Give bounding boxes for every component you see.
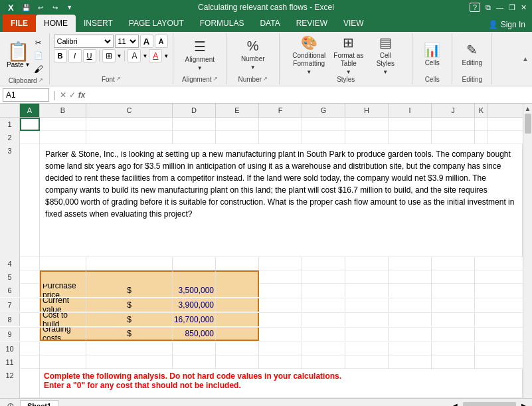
cell-d5[interactable] [173, 270, 216, 284]
cell-e7[interactable] [216, 298, 259, 312]
cell-j10[interactable] [432, 342, 475, 355]
formula-input[interactable] [88, 88, 529, 102]
cells-button[interactable]: 📊 Cells [420, 35, 444, 74]
cell-b1[interactable] [40, 118, 86, 131]
cell-b9[interactable]: Grading costs [40, 328, 86, 341]
cell-h8[interactable] [345, 313, 389, 326]
cell-h7[interactable] [345, 298, 389, 312]
cell-d10[interactable] [173, 342, 216, 355]
cell-e6[interactable] [216, 284, 259, 297]
font-size-select[interactable]: 11 [115, 35, 139, 48]
italic-button[interactable]: I [68, 49, 82, 62]
cell-i7[interactable] [389, 298, 432, 312]
cell-g5[interactable] [302, 270, 345, 284]
formula-cancel-icon[interactable]: ✕ [60, 90, 66, 100]
cell-f8[interactable] [259, 313, 302, 326]
cell-d8[interactable]: 16,700,000 [173, 313, 216, 326]
cell-e11[interactable] [216, 355, 259, 369]
cell-h11[interactable] [345, 355, 389, 369]
col-header-g[interactable]: G [302, 104, 345, 117]
cell-f4[interactable] [259, 257, 302, 270]
cell-a1[interactable] [20, 118, 40, 131]
cell-e1[interactable] [216, 118, 259, 131]
cell-b3-desc[interactable]: Parker & Stone, Inc., is looking at sett… [40, 144, 523, 257]
copy-button[interactable]: 📄 [32, 50, 45, 61]
cell-a11[interactable] [20, 355, 40, 369]
alignment-expand-icon[interactable]: ↗ [213, 76, 218, 82]
cell-b10[interactable] [40, 342, 86, 355]
editing-button[interactable]: ✎ Editing [459, 35, 485, 74]
row-header-10[interactable]: 10 [0, 342, 20, 355]
cell-k1[interactable] [475, 118, 488, 131]
cell-d4[interactable] [173, 257, 216, 270]
cell-f1[interactable] [259, 118, 302, 131]
cell-i1[interactable] [389, 118, 432, 131]
col-header-k[interactable]: K [475, 104, 488, 117]
cell-i11[interactable] [389, 355, 432, 369]
cell-styles-button[interactable]: ▤ Cell Styles ▼ [369, 35, 402, 74]
col-header-j[interactable]: J [432, 104, 475, 117]
tab-formulas[interactable]: FORMULAS [192, 15, 252, 32]
cell-h6[interactable] [345, 284, 389, 297]
cell-a5[interactable] [20, 270, 40, 284]
formula-fx-icon[interactable]: fx [78, 90, 86, 100]
h-scroll-right[interactable]: ▶ [519, 402, 529, 406]
cell-i8[interactable] [389, 313, 432, 326]
tab-view[interactable]: VIEW [335, 15, 372, 32]
cell-i6[interactable] [389, 284, 432, 297]
row-header-9[interactable]: 9 [0, 328, 20, 341]
cell-j2[interactable] [432, 131, 475, 144]
underline-button[interactable]: U [83, 49, 96, 62]
increase-font-button[interactable]: A [140, 35, 153, 48]
font-family-select[interactable]: Calibri [54, 35, 114, 48]
fill-dropdown-icon[interactable]: ▼ [142, 53, 147, 59]
cell-c6[interactable]: $ [86, 284, 173, 297]
cell-h10[interactable] [345, 342, 389, 355]
cell-f5[interactable] [259, 270, 302, 284]
tab-file[interactable]: FILE [3, 15, 36, 32]
cell-c2[interactable] [86, 131, 173, 144]
cell-e2[interactable] [216, 131, 259, 144]
conditional-formatting-button[interactable]: 🎨 Conditional Formatting ▼ [290, 35, 328, 74]
row-header-1[interactable]: 1 [0, 118, 20, 131]
cell-k2[interactable] [475, 131, 488, 144]
cell-j4[interactable] [432, 257, 475, 270]
sign-in-link[interactable]: 👤 Sign In [482, 17, 532, 32]
cell-j8[interactable] [432, 313, 475, 326]
number-button[interactable]: % Number ▼ [238, 35, 268, 74]
cell-e4[interactable] [216, 257, 259, 270]
cell-f9[interactable] [259, 328, 302, 341]
cell-a10[interactable] [20, 342, 40, 355]
cell-b6[interactable]: Purchase price [40, 284, 86, 297]
scroll-up-arrow[interactable]: ▲ [525, 105, 531, 112]
cell-i4[interactable] [389, 257, 432, 270]
cell-g2[interactable] [302, 131, 345, 144]
cell-h9[interactable] [345, 328, 389, 341]
cell-c11[interactable] [86, 355, 173, 369]
cell-d11[interactable] [173, 355, 216, 369]
col-header-e[interactable]: E [216, 104, 259, 117]
borders-button[interactable]: ⊞ [102, 49, 116, 62]
cut-button[interactable]: ✂ [32, 37, 45, 49]
cell-i9[interactable] [389, 328, 432, 341]
cell-g7[interactable] [302, 298, 345, 312]
cell-d9[interactable]: 850,000 [173, 328, 216, 341]
new-sheet-button[interactable]: ⊕ [3, 401, 19, 407]
cell-g11[interactable] [302, 355, 345, 369]
maximize-button[interactable]: ❐ [509, 3, 515, 12]
col-header-a[interactable]: A [20, 104, 40, 117]
cell-g10[interactable] [302, 342, 345, 355]
row-header-5[interactable]: 5 [0, 270, 20, 284]
cell-h4[interactable] [345, 257, 389, 270]
cell-g8[interactable] [302, 313, 345, 326]
col-header-f[interactable]: F [259, 104, 302, 117]
cell-h5[interactable] [345, 270, 389, 284]
cell-i2[interactable] [389, 131, 432, 144]
cell-a7[interactable] [20, 298, 40, 312]
clipboard-expand-icon[interactable]: ↗ [39, 77, 43, 83]
cell-c1[interactable] [86, 118, 173, 131]
row-header-7[interactable]: 7 [0, 298, 20, 312]
format-painter-button[interactable]: 🖌 [32, 62, 45, 76]
cell-f2[interactable] [259, 131, 302, 144]
cell-reference-input[interactable] [3, 88, 49, 102]
